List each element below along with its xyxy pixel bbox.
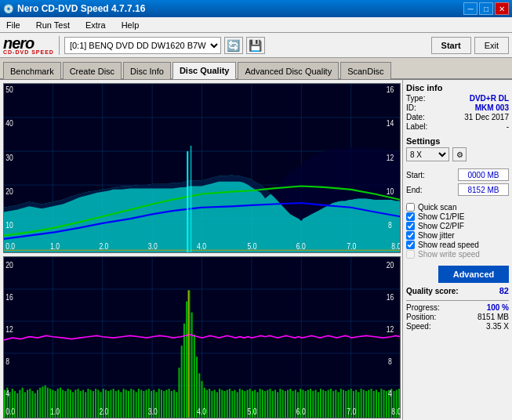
- svg-rect-118: [165, 390, 167, 418]
- svg-text:8: 8: [388, 357, 392, 366]
- svg-rect-134: [206, 390, 208, 418]
- maximize-button[interactable]: □: [479, 2, 493, 15]
- drive-select[interactable]: [0:1] BENQ DVD DD DW1620 B7W9: [64, 37, 221, 54]
- svg-rect-99: [118, 390, 119, 418]
- svg-rect-122: [176, 393, 177, 418]
- svg-text:1.0: 1.0: [50, 241, 60, 251]
- end-mb-label: End:: [406, 186, 430, 194]
- show-read-speed-checkbox[interactable]: [406, 241, 415, 249]
- minimize-button[interactable]: ─: [463, 2, 478, 15]
- quick-scan-checkbox[interactable]: [406, 203, 415, 212]
- svg-rect-201: [376, 390, 377, 418]
- svg-rect-102: [125, 390, 127, 418]
- svg-text:6.0: 6.0: [296, 241, 306, 251]
- progress-section: Progress: 100 % Position: 8151 MB Speed:…: [406, 300, 509, 331]
- position-row: Position: 8151 MB: [406, 313, 509, 321]
- svg-rect-137: [214, 390, 216, 418]
- svg-rect-162: [277, 393, 278, 418]
- svg-rect-159: [269, 389, 271, 418]
- svg-rect-67: [37, 390, 38, 418]
- show-jitter-row: Show jitter: [406, 231, 509, 240]
- advanced-btn-container: Advanced: [406, 264, 509, 283]
- svg-rect-185: [335, 390, 336, 418]
- svg-rect-90: [95, 389, 96, 418]
- end-mb-input[interactable]: [458, 183, 509, 196]
- svg-text:6.0: 6.0: [296, 407, 306, 416]
- svg-rect-168: [292, 391, 293, 418]
- exit-button[interactable]: Exit: [474, 37, 509, 54]
- tab-discquality[interactable]: Disc Quality: [172, 62, 237, 79]
- tab-scandisc[interactable]: ScanDisc: [340, 62, 390, 79]
- start-button[interactable]: Start: [431, 37, 471, 54]
- svg-rect-202: [378, 393, 379, 418]
- svg-text:12: 12: [5, 324, 13, 334]
- svg-rect-186: [337, 393, 339, 418]
- svg-rect-179: [320, 389, 321, 418]
- svg-rect-156: [262, 390, 263, 418]
- start-mb-input[interactable]: [458, 168, 509, 181]
- svg-rect-128: [191, 313, 193, 418]
- svg-rect-115: [158, 389, 160, 418]
- tab-benchmark[interactable]: Benchmark: [3, 62, 61, 79]
- advanced-button[interactable]: Advanced: [438, 266, 509, 283]
- menu-help[interactable]: Help: [118, 20, 143, 31]
- svg-rect-63: [27, 390, 28, 418]
- chart-area: 50 40 30 20 10 16 14 12 10 8 1.0 2.0 3.0…: [0, 80, 402, 420]
- tab-discinfo[interactable]: Disc Info: [123, 62, 171, 79]
- svg-rect-85: [82, 390, 84, 418]
- tab-createdisc[interactable]: Create Disc: [63, 62, 122, 79]
- svg-rect-116: [161, 390, 162, 418]
- close-button[interactable]: ✕: [495, 2, 509, 15]
- svg-rect-175: [310, 389, 311, 418]
- svg-rect-69: [42, 386, 43, 418]
- tab-advanceddiscquality[interactable]: Advanced Disc Quality: [238, 62, 339, 79]
- show-c2pif-row: Show C2/PIF: [406, 222, 509, 230]
- svg-rect-164: [282, 390, 284, 418]
- svg-text:16: 16: [387, 292, 394, 302]
- disc-label-row: Label: -: [406, 122, 509, 131]
- save-button[interactable]: 💾: [246, 37, 265, 54]
- svg-text:14: 14: [387, 118, 394, 128]
- svg-rect-120: [171, 391, 172, 418]
- show-write-speed-checkbox[interactable]: [406, 250, 415, 259]
- show-c1pie-checkbox[interactable]: [406, 212, 415, 221]
- checkboxes-section: Quick scan Show C1/PIE Show C2/PIF Show …: [406, 203, 509, 259]
- svg-text:20: 20: [387, 260, 394, 270]
- disc-info-section: Disc info Type: DVD+R DL ID: MKM 003 Dat…: [406, 83, 509, 132]
- svg-rect-87: [87, 389, 89, 418]
- menu-extra[interactable]: Extra: [82, 20, 109, 31]
- progress-row: Progress: 100 %: [406, 303, 509, 312]
- svg-rect-124: [181, 346, 183, 418]
- svg-rect-60: [19, 390, 20, 418]
- chart-top: 50 40 30 20 10 16 14 12 10 8 1.0 2.0 3.0…: [3, 83, 401, 253]
- show-jitter-checkbox[interactable]: [406, 231, 415, 240]
- disc-date-label: Date:: [406, 113, 425, 121]
- speed-select[interactable]: 8 X: [406, 147, 449, 161]
- refresh-button[interactable]: 🔄: [224, 37, 243, 54]
- svg-rect-184: [332, 391, 334, 418]
- svg-text:8.0: 8.0: [391, 407, 400, 416]
- svg-rect-107: [138, 389, 140, 418]
- show-c2pif-checkbox[interactable]: [406, 222, 415, 230]
- svg-rect-195: [361, 389, 362, 418]
- quick-scan-row: Quick scan: [406, 203, 509, 212]
- svg-text:16: 16: [5, 292, 13, 302]
- svg-rect-89: [93, 391, 94, 418]
- menu-runtest[interactable]: Run Test: [33, 20, 73, 31]
- svg-rect-167: [289, 389, 291, 418]
- svg-text:16: 16: [387, 85, 394, 94]
- settings-action-button[interactable]: ⚙: [452, 147, 467, 161]
- menu-file[interactable]: File: [3, 20, 24, 31]
- svg-text:50: 50: [5, 85, 13, 94]
- svg-rect-126: [186, 302, 187, 418]
- disc-id-label: ID:: [406, 103, 416, 112]
- titlebar-left: 💿 Nero CD-DVD Speed 4.7.7.16: [3, 3, 145, 14]
- svg-rect-108: [140, 390, 142, 418]
- svg-text:5.0: 5.0: [248, 407, 257, 416]
- svg-text:30: 30: [5, 152, 13, 161]
- svg-rect-174: [307, 390, 309, 418]
- svg-rect-181: [325, 391, 326, 418]
- nero-logo: nero CD-DVD SPEED: [3, 35, 54, 55]
- titlebar-title: Nero CD-DVD Speed 4.7.7.16: [17, 3, 145, 14]
- svg-rect-59: [16, 393, 18, 418]
